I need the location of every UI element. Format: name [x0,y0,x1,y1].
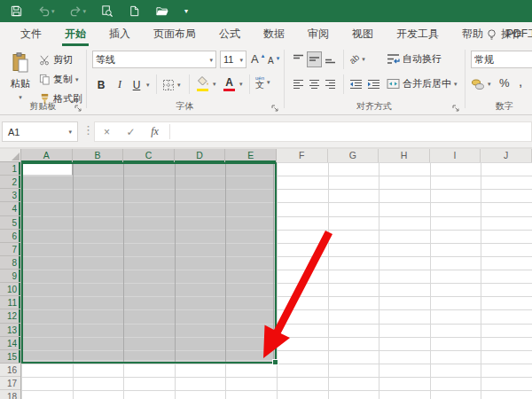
qat-customize-icon[interactable]: ▾ [181,0,191,22]
merge-center-button[interactable]: 合并后居中 ▾ [387,75,458,92]
row-header-17[interactable]: 17 [0,377,20,390]
copy-icon [39,74,51,85]
align-bottom-icon [325,54,336,64]
cut-label: 剪切 [53,53,73,66]
clipboard-dialog-launcher-icon[interactable] [74,102,82,114]
row-header-4[interactable]: 4 [0,202,20,215]
redo-icon[interactable]: ▾ [66,0,90,22]
accounting-format-button[interactable]: ▾ [471,75,491,92]
fill-color-button[interactable]: ▾ [195,75,216,92]
row-header-13[interactable]: 13 [0,324,20,337]
fill-handle[interactable] [272,359,278,365]
row-header-18[interactable]: 18 [0,390,20,399]
number-format-combobox[interactable]: 常规 [471,51,532,68]
selection-range-a1-e15[interactable] [21,162,277,364]
tab-file[interactable]: 文件 [9,22,53,46]
row-header-5[interactable]: 5 [0,216,20,230]
percent-style-button[interactable]: % [499,74,510,91]
tab-review[interactable]: 审阅 [296,22,340,46]
align-right-button[interactable] [323,75,338,92]
decrease-font-size-button[interactable]: A▾ [268,52,279,69]
name-box[interactable]: A1 ▾ [2,121,78,142]
row-header-9[interactable]: 9 [0,270,20,283]
tab-insert[interactable]: 插入 [98,22,142,46]
comma-style-button[interactable]: , [519,73,522,90]
column-header-g[interactable]: G [328,149,379,162]
align-center-button[interactable] [307,75,322,92]
column-header-i[interactable]: I [430,149,481,162]
tab-view[interactable]: 视图 [340,22,385,46]
row-header-11[interactable]: 11 [0,296,20,309]
phonetic-guide-button[interactable]: uén 文 ▾ [255,74,270,90]
font-color-button[interactable]: A ▾ [222,75,243,92]
save-icon[interactable] [7,0,26,22]
orientation-button[interactable]: ab ▾ [349,51,365,67]
row-header-14[interactable]: 14 [0,337,20,350]
copy-dropdown-icon: ▾ [75,76,79,82]
column-header-d[interactable]: D [175,149,226,162]
new-file-icon[interactable] [125,0,144,22]
open-folder-icon[interactable] [153,0,172,22]
tab-home[interactable]: 开始 [53,22,98,46]
increase-indent-icon [367,79,380,90]
font-size-value: 11 [223,54,239,65]
column-header-h[interactable]: H [379,149,430,162]
column-header-b[interactable]: B [73,149,124,162]
font-size-combobox[interactable]: 11 ▾ [220,51,246,68]
formula-input-panel: × ✓ fx [94,121,532,142]
row-header-8[interactable]: 8 [0,256,20,270]
row-header-2[interactable]: 2 [0,176,20,189]
row-header-10[interactable]: 10 [0,283,20,296]
print-preview-icon[interactable] [98,0,116,22]
wrap-text-button[interactable]: 自动换行 [387,51,442,67]
row-header-12[interactable]: 12 [0,309,20,323]
cut-button[interactable]: 剪切 [39,51,73,68]
column-header-e[interactable]: E [225,149,277,162]
font-name-combobox[interactable]: 等线 ▾ [92,51,216,68]
align-middle-button[interactable] [307,51,322,67]
borders-button[interactable]: ▾ [162,76,181,93]
row-header-3[interactable]: 3 [0,189,20,202]
italic-button[interactable]: I [113,76,127,93]
wrap-text-label: 自动换行 [403,52,442,66]
increase-font-size-button[interactable]: A▴ [251,51,264,67]
font-group-label: 字体 [86,100,284,113]
row-header-7[interactable]: 7 [0,243,20,256]
row-header-1[interactable]: 1 [0,162,20,176]
align-top-button[interactable] [291,51,306,67]
align-top-icon [293,54,304,64]
merge-center-label: 合并后居中 [403,77,451,90]
increase-indent-button[interactable] [367,75,380,92]
align-bottom-button[interactable] [323,51,338,67]
active-cell-a1[interactable] [23,164,73,176]
tab-developer[interactable]: 开发工具 [385,22,450,46]
row-header-6[interactable]: 6 [0,230,20,243]
copy-button[interactable]: 复制 ▾ [39,71,79,88]
row-header-16[interactable]: 16 [0,364,20,377]
underline-button[interactable]: U▾ [129,76,150,93]
align-left-button[interactable] [291,75,306,92]
column-header-j[interactable]: J [481,149,532,162]
cancel-button[interactable]: × [95,126,119,138]
tab-formulas[interactable]: 公式 [207,22,252,46]
alignment-dialog-launcher-icon[interactable] [452,102,459,114]
orientation-icon: ab [348,52,362,66]
insert-function-button[interactable]: fx [143,125,167,138]
paste-button[interactable]: 粘贴 ▾ [5,50,35,101]
decrease-indent-button[interactable] [349,75,363,92]
row-header-15[interactable]: 15 [0,350,20,364]
decrease-indent-icon [349,79,363,90]
tell-me-search[interactable]: 操作 [486,22,532,46]
enter-button[interactable]: ✓ [119,126,143,138]
column-header-a[interactable]: A [21,149,73,162]
tab-page-layout[interactable]: 页面布局 [142,22,207,46]
cells-area[interactable] [21,162,532,399]
column-header-c[interactable]: C [123,149,175,162]
undo-icon[interactable]: ▾ [35,0,58,22]
bold-button[interactable]: B [94,76,108,93]
tab-data[interactable]: 数据 [252,22,296,46]
lightbulb-icon [486,28,497,41]
font-dialog-launcher-icon[interactable] [271,102,278,114]
select-all-button[interactable] [0,149,21,162]
column-header-f[interactable]: F [277,149,328,162]
